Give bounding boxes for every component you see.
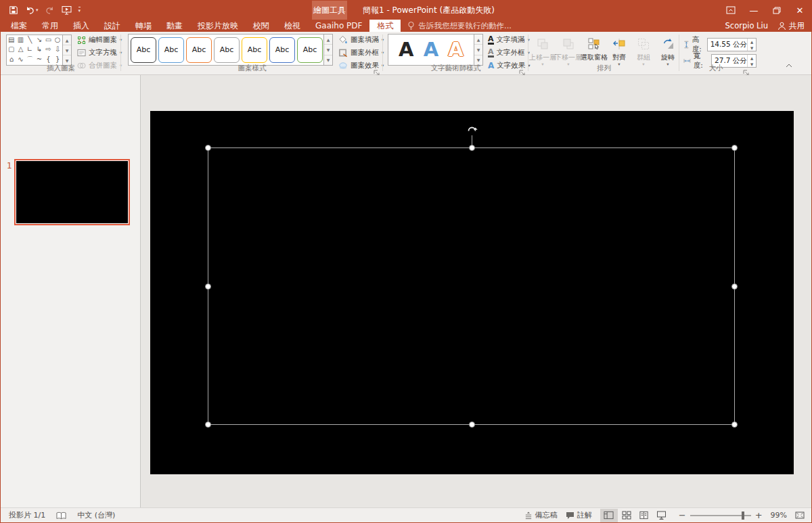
wordart-scroll-up[interactable]: ▲ [474,35,482,44]
wordart-scroll-down[interactable]: ▼ [474,44,482,54]
resize-handle-middle-left[interactable] [205,283,211,290]
shape-style-7[interactable]: Abc [297,37,323,63]
minimize-button[interactable]: — [742,1,765,20]
ribbon-display-options-button[interactable] [719,1,742,20]
resize-handle-bottom-right[interactable] [731,422,738,428]
language-indicator[interactable]: 中文 (台灣) [77,510,115,520]
undo-dropdown[interactable]: ▾ [36,7,39,13]
arrange-button-4[interactable]: 群組▾ [632,33,655,68]
zoom-in-button[interactable]: + [755,510,763,520]
tab-1[interactable]: 常用 [35,20,66,32]
resize-handle-top-left[interactable] [205,145,211,151]
shape-oval-icon[interactable]: ○ [53,35,62,45]
shape-rounded-rectangle-icon[interactable]: ▢ [7,45,16,54]
arrange-button-1[interactable]: 下移一層▾ [556,33,581,68]
tab-3[interactable]: 設計 [97,20,128,32]
close-button[interactable]: ✕ [788,1,811,20]
rotate-handle[interactable] [466,124,478,137]
arrange-label: 選取窗格 [581,53,608,62]
shape-styles-dialog-launcher[interactable] [374,66,380,72]
tab-6[interactable]: 投影片放映 [190,20,246,32]
shape-elbow-arrow-connector-icon[interactable]: ↳ [35,45,44,54]
shape-down-arrow-icon[interactable]: ⇩ [53,45,62,54]
start-slideshow-button[interactable] [62,5,72,15]
shape-outline-button[interactable]: 圖案外框▾ [336,47,386,59]
spell-check-button[interactable] [56,511,66,520]
tab-5[interactable]: 動畫 [159,20,190,32]
wordart-style-2[interactable]: A [424,40,438,60]
text-outline-button[interactable]: A 文字外框▾ [486,47,533,59]
customize-qat-button[interactable]: ▾ [78,7,81,14]
resize-handle-top-right[interactable] [731,145,738,151]
normal-view-button[interactable] [600,509,618,522]
tell-me-box[interactable]: 告訴我您想要執行的動作... [407,20,511,32]
arrange-button-3[interactable]: 對齊▾ [608,33,631,68]
redo-button[interactable] [45,6,55,14]
zoom-level[interactable]: 99% [771,511,787,520]
styles-scroll-up[interactable]: ▲ [324,35,332,44]
shape-style-1[interactable]: Abc [131,37,156,63]
slide-indicator[interactable]: 投影片 1/1 [9,510,45,520]
resize-handle-bottom-middle[interactable] [469,422,475,428]
shape-style-2[interactable]: Abc [158,37,184,63]
gallery-scroll-up[interactable]: ▲ [63,35,71,45]
wordart-style-3[interactable]: A [448,40,463,60]
notes-button[interactable]: 備忘稿 [524,510,558,520]
arrange-button-0[interactable]: 上移一層▾ [531,33,555,68]
shape-text-box-icon[interactable]: ▤ [7,35,16,45]
user-name[interactable]: Scorpio Liu [725,21,768,30]
zoom-out-button[interactable]: − [679,510,686,520]
collapse-ribbon-button[interactable] [786,58,792,70]
text-fill-button[interactable]: A 文字填滿▾ [486,34,533,46]
tab-9[interactable]: Gaaiho PDF [308,20,369,32]
height-spinner[interactable]: ▲▼ [747,39,756,51]
resize-handle-middle-right[interactable] [731,283,738,290]
tab-2[interactable]: 插入 [66,20,97,32]
restore-button[interactable] [765,1,788,20]
shape-line-icon[interactable]: ╲ [25,35,35,45]
slide-sorter-view-button[interactable] [618,509,635,522]
selected-shape[interactable] [208,147,735,425]
tab-8[interactable]: 檢視 [277,20,308,32]
wordart-style-1[interactable]: A [399,40,413,60]
bring-forward-icon [536,36,549,52]
shape-fill-button[interactable]: 圖案填滿▾ [336,34,386,46]
wordart-dialog-launcher[interactable] [519,66,526,72]
text-box-button[interactable]: 文字方塊▾ [75,47,124,59]
shape-right-arrow-icon[interactable]: ⇨ [44,45,53,54]
shape-style-4[interactable]: Abc [214,37,240,63]
tab-4[interactable]: 轉場 [128,20,159,32]
zoom-slider-thumb[interactable] [742,511,744,520]
shape-arrow-icon[interactable]: ↘ [35,35,44,45]
tab-10[interactable]: 格式 [369,20,401,32]
resize-handle-bottom-left[interactable] [205,422,211,428]
shape-triangle-icon[interactable]: △ [16,45,26,54]
comments-button[interactable]: 註解 [566,510,592,520]
slideshow-view-button[interactable] [653,509,671,522]
size-dialog-launcher[interactable] [743,66,750,72]
shape-style-3[interactable]: Abc [186,37,212,63]
arrange-label: 群組 [637,53,650,62]
fit-slide-button[interactable] [795,511,805,520]
tab-7[interactable]: 校閱 [246,20,277,32]
gallery-scroll-down[interactable]: ▼ [63,45,71,55]
arrange-button-5[interactable]: 旋轉▾ [656,33,679,68]
shape-style-6[interactable]: Abc [269,37,295,63]
slide-thumbnail[interactable] [14,159,130,225]
shape-style-5[interactable]: Abc [242,37,267,63]
undo-button[interactable]: ▾ [25,6,39,14]
tab-0[interactable]: 檔案 [3,20,35,32]
shape-rectangle-icon[interactable]: ▭ [44,35,53,45]
arrange-button-2[interactable]: 選取窗格 [582,33,606,68]
height-input[interactable]: 14.55 公分 ▲▼ [707,38,757,51]
shape-elbow-connector-icon[interactable]: ∟ [25,45,35,54]
reading-view-button[interactable] [635,509,653,522]
zoom-slider-track[interactable] [690,515,751,516]
styles-scroll-down[interactable]: ▼ [324,44,332,54]
shape-vertical-text-box-icon[interactable]: ▥ [16,35,26,45]
save-button[interactable] [9,5,18,15]
edit-shape-button[interactable]: 編輯圖案▾ [75,34,124,46]
share-button[interactable]: 共用 [777,21,805,31]
slide[interactable] [150,111,794,474]
resize-handle-top-middle[interactable] [469,145,475,151]
